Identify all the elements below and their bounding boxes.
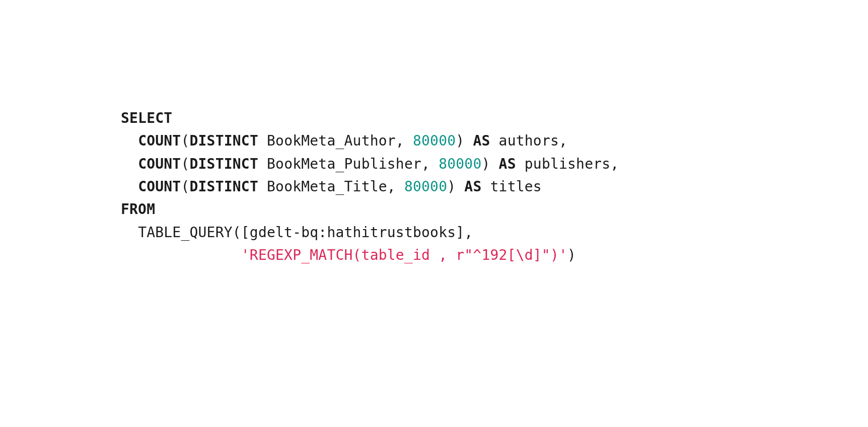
keyword-count: COUNT xyxy=(138,178,181,195)
paren-close: ) xyxy=(456,132,473,149)
keyword-distinct: DISTINCT xyxy=(189,178,258,195)
alias-authors: authors, xyxy=(490,132,568,149)
code-line-4: COUNT(DISTINCT BookMeta_Title, 80000) AS… xyxy=(121,178,542,195)
paren-close: ) xyxy=(567,247,576,263)
keyword-distinct: DISTINCT xyxy=(189,132,258,149)
number-literal: 80000 xyxy=(439,156,481,172)
paren-close: ) xyxy=(447,178,464,195)
keyword-from: FROM xyxy=(121,201,155,218)
code-line-2: COUNT(DISTINCT BookMeta_Author, 80000) A… xyxy=(121,132,567,149)
number-literal: 80000 xyxy=(413,132,456,149)
column-author: BookMeta_Author, xyxy=(258,132,413,149)
column-publisher: BookMeta_Publisher, xyxy=(258,156,439,172)
indent xyxy=(121,247,241,263)
keyword-count: COUNT xyxy=(138,132,181,149)
keyword-count: COUNT xyxy=(138,156,181,172)
paren-open: ( xyxy=(181,132,189,149)
keyword-as: AS xyxy=(473,132,490,149)
code-line-1: SELECT xyxy=(121,110,172,126)
keyword-as: AS xyxy=(464,178,481,195)
alias-titles: titles xyxy=(481,178,541,195)
sql-code-block: SELECT COUNT(DISTINCT BookMeta_Author, 8… xyxy=(121,107,619,267)
indent xyxy=(121,178,138,195)
column-title: BookMeta_Title, xyxy=(258,178,404,195)
table-query-call: TABLE_QUERY([gdelt-bq:hathitrustbooks], xyxy=(138,224,473,241)
indent xyxy=(121,224,138,241)
code-line-5: FROM xyxy=(121,201,155,218)
indent xyxy=(121,132,138,149)
paren-open: ( xyxy=(181,178,189,195)
number-literal: 80000 xyxy=(404,178,447,195)
alias-publishers: publishers, xyxy=(516,156,619,172)
keyword-select: SELECT xyxy=(121,110,172,126)
string-literal: 'REGEXP_MATCH(table_id , r"^192[\d]")' xyxy=(241,247,567,263)
keyword-distinct: DISTINCT xyxy=(189,156,258,172)
paren-open: ( xyxy=(181,156,189,172)
code-line-7: 'REGEXP_MATCH(table_id , r"^192[\d]")') xyxy=(121,247,576,263)
paren-close: ) xyxy=(481,156,498,172)
code-line-3: COUNT(DISTINCT BookMeta_Publisher, 80000… xyxy=(121,156,619,172)
indent xyxy=(121,156,138,172)
code-line-6: TABLE_QUERY([gdelt-bq:hathitrustbooks], xyxy=(121,224,473,241)
keyword-as: AS xyxy=(499,156,516,172)
